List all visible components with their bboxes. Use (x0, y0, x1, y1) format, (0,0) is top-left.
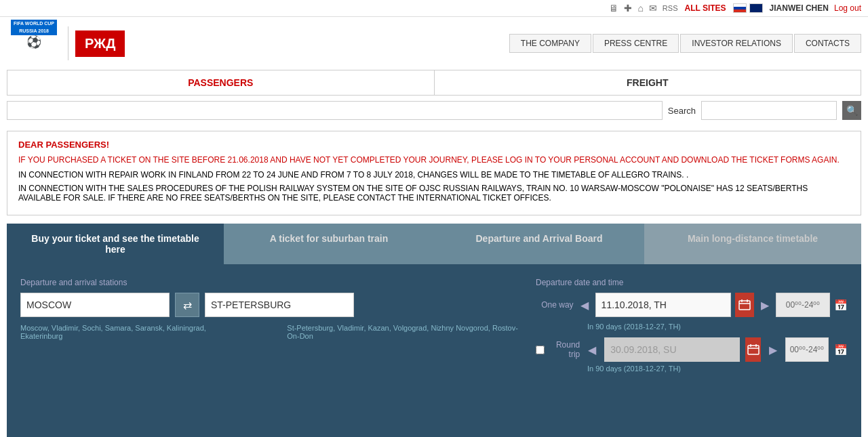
alert-box: DEAR PASSENGERS! IF YOU PURCHASED A TICK… (7, 131, 861, 215)
swap-button[interactable]: ⇄ (175, 293, 199, 317)
departure-cal-button[interactable] (735, 293, 755, 317)
icon-plus[interactable]: ✚ (624, 3, 632, 14)
logo-divider (68, 26, 68, 60)
user-name: JIANWEI CHEN (770, 3, 829, 13)
header-row: FIFA WORLD CUP RUSSIA 2018 ⚽ РЖД THE COM… (0, 17, 868, 70)
tab-suburban[interactable]: A ticket for suburban train (224, 224, 434, 264)
time-picker-icon[interactable]: 📅 (834, 299, 848, 312)
to-city-links: St-Petersburg, Vladimir, Kazan, Volgogra… (287, 324, 529, 340)
flag-ru[interactable] (733, 3, 747, 13)
rzd-logo: РЖД (75, 30, 125, 57)
departure-date-value: 11.10.2018, TH (601, 299, 667, 310)
departure-date-input[interactable]: 11.10.2018, TH (595, 293, 731, 317)
date-prev-btn[interactable]: ◀ (578, 299, 591, 312)
icon-home[interactable]: ⌂ (637, 3, 643, 14)
nav-the-company[interactable]: THE COMPANY (509, 34, 591, 53)
main-content: Departure and arrival stations ⇄ Moscow,… (7, 264, 861, 437)
svg-rect-0 (739, 301, 750, 310)
nav-press-centre[interactable]: PRESS CENTRE (593, 34, 679, 53)
station-row: ⇄ (20, 293, 529, 317)
rss-label: RSS (663, 4, 678, 12)
tab-departure[interactable]: Departure and Arrival Board (434, 224, 644, 264)
departure-time: 00⁰⁰-24⁰⁰ (776, 293, 830, 317)
search-label: Search (668, 106, 696, 116)
language-flags (733, 3, 763, 13)
alert-line3: IN CONNECTION WITH THE SALES PROCEDURES … (18, 184, 850, 203)
return-next-btn[interactable]: ▶ (766, 344, 780, 356)
date-next-btn[interactable]: ▶ (758, 299, 772, 312)
flag-en[interactable] (749, 3, 763, 13)
icon-envelope[interactable]: ✉ (649, 3, 657, 14)
logo-area: FIFA WORLD CUP RUSSIA 2018 ⚽ РЖД (7, 20, 125, 67)
pf-freight-btn[interactable]: FREIGHT (435, 70, 861, 95)
departure-in90: In 90 days (2018-12-27, TH) (587, 322, 848, 331)
pf-passengers-btn[interactable]: PASSENGERS (7, 70, 435, 95)
pf-bar: PASSENGERS FREIGHT (7, 70, 861, 96)
nav-contacts[interactable]: CONTACTS (794, 34, 861, 53)
svg-rect-4 (748, 346, 759, 354)
nav-buttons: THE COMPANY PRESS CENTRE INVESTOR RELATI… (509, 34, 861, 53)
one-way-label: One way (536, 300, 574, 310)
date-label: Departure date and time (536, 278, 848, 287)
search-main-input[interactable] (7, 101, 663, 120)
return-date-value: 30.09.2018, SU (610, 344, 676, 355)
all-sites-link[interactable]: ALL SITES (684, 3, 726, 13)
fifa-logo: FIFA WORLD CUP RUSSIA 2018 ⚽ (7, 20, 61, 67)
tabs-section: Buy your ticket and see the timetable he… (7, 224, 861, 264)
icon-monitor[interactable]: 🖥 (609, 3, 618, 14)
date-section: Departure date and time One way ◀ 11.10.… (536, 278, 848, 379)
to-input[interactable] (205, 293, 354, 317)
alert-line2: IN CONNECTION WITH REPAIR WORK IN FINLAN… (18, 170, 850, 180)
tabs-row: Buy your ticket and see the timetable he… (7, 224, 861, 264)
tab-timetable[interactable]: Main long-distance timetable (644, 224, 861, 264)
return-in90: In 90 days (2018-12-27, TH) (587, 365, 848, 373)
alert-title: DEAR PASSENGERS! (18, 140, 850, 150)
return-time: 00⁰⁰-24⁰⁰ (785, 337, 829, 362)
round-trip-label: Round trip (550, 340, 580, 359)
from-city-links: Moscow, Vladimir, Sochi, Samara, Saransk… (20, 324, 237, 340)
nav-investor-relations[interactable]: INVESTOR RELATIONS (680, 34, 793, 53)
return-cal-button[interactable] (745, 337, 761, 362)
search-bar: Search 🔍 (0, 96, 868, 125)
top-bar: 🖥 ✚ ⌂ ✉ RSS ALL SITES JIANWEI CHEN Log o… (0, 0, 868, 17)
round-trip-checkbox[interactable] (536, 346, 545, 354)
stations-label: Departure and arrival stations (20, 278, 529, 287)
from-input[interactable] (20, 293, 170, 317)
stations-section: Departure and arrival stations ⇄ Moscow,… (20, 278, 529, 340)
top-bar-icons: 🖥 ✚ ⌂ ✉ RSS (609, 3, 677, 14)
alert-line1: IF YOU PURCHASED A TICKET ON THE SITE BE… (18, 155, 850, 165)
tab-buy[interactable]: Buy your ticket and see the timetable he… (7, 224, 224, 264)
log-out-link[interactable]: Log out (834, 3, 861, 13)
search-side-input[interactable] (701, 101, 837, 120)
return-date-input[interactable]: 30.09.2018, SU (604, 337, 740, 362)
return-prev-btn[interactable]: ◀ (585, 344, 599, 356)
one-way-row: One way ◀ 11.10.2018, TH ▶ 00⁰⁰-24⁰⁰ 📅 (536, 293, 848, 317)
return-time-picker-icon[interactable]: 📅 (834, 344, 848, 356)
round-trip-row: Round trip ◀ 30.09.2018, SU ▶ 00⁰⁰-24⁰⁰ … (536, 337, 848, 362)
search-button[interactable]: 🔍 (842, 101, 861, 120)
form-row: Departure and arrival stations ⇄ Moscow,… (20, 278, 848, 379)
